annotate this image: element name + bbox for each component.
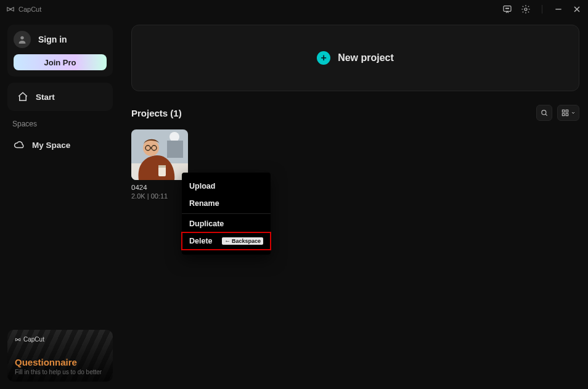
- new-project-label: New project: [338, 52, 394, 63]
- promo-subtitle: Fill in this to help us to do better: [15, 369, 105, 375]
- capcut-logo-icon: [6, 5, 15, 14]
- window-close-button[interactable]: [572, 4, 582, 14]
- promo-title: Questionnaire: [15, 357, 105, 367]
- sidebar-item-label: Start: [36, 92, 55, 102]
- ctx-duplicate[interactable]: Duplicate: [182, 215, 271, 232]
- settings-icon[interactable]: [521, 4, 531, 14]
- ctx-delete[interactable]: Delete ← Backspace: [182, 232, 271, 250]
- ctx-label: Upload: [189, 182, 215, 190]
- project-duration: 00:11: [151, 192, 168, 200]
- search-button[interactable]: [536, 105, 552, 121]
- feedback-icon[interactable]: [502, 4, 512, 14]
- svg-rect-13: [562, 113, 565, 116]
- svg-point-8: [20, 36, 23, 39]
- capcut-logo-icon: [15, 337, 21, 343]
- project-thumbnail: [131, 129, 188, 180]
- grid-icon: [561, 109, 570, 117]
- sidebar-section-spaces: Spaces: [7, 117, 113, 128]
- cloud-icon: [14, 139, 25, 150]
- svg-point-4: [525, 8, 527, 10]
- nav-start-card: Start: [7, 83, 113, 111]
- app-name: CapCut: [18, 6, 41, 13]
- ctx-upload[interactable]: Upload: [182, 178, 271, 195]
- svg-point-1: [505, 8, 506, 9]
- window-minimize-button[interactable]: [553, 4, 563, 14]
- projects-heading: Projects (1): [131, 108, 182, 118]
- ctx-label: Duplicate: [189, 219, 224, 228]
- plus-icon: +: [317, 51, 330, 65]
- svg-point-3: [508, 8, 508, 9]
- app-brand: CapCut: [6, 5, 41, 14]
- promo-brand-text: CapCut: [23, 336, 44, 343]
- backspace-arrow-icon: ←: [224, 238, 231, 244]
- join-pro-button[interactable]: Join Pro: [14, 54, 107, 70]
- shortcut-text: Backspace: [232, 238, 261, 244]
- view-layout-button[interactable]: [557, 105, 579, 121]
- sidebar-item-label: My Space: [32, 141, 70, 150]
- svg-rect-14: [566, 113, 568, 116]
- sidebar-item-my-space[interactable]: My Space: [7, 134, 113, 155]
- projects-header: Projects (1): [131, 105, 579, 121]
- titlebar-separator: [542, 5, 542, 14]
- sign-in-label: Sign in: [38, 35, 67, 44]
- ctx-label: Rename: [189, 199, 219, 208]
- home-icon: [17, 91, 28, 102]
- sign-in-button[interactable]: Sign in: [14, 31, 107, 48]
- ctx-separator: [182, 213, 271, 214]
- svg-rect-24: [158, 165, 166, 168]
- svg-rect-11: [562, 110, 565, 112]
- svg-point-17: [169, 132, 179, 142]
- search-icon: [540, 109, 549, 117]
- sidebar-item-start[interactable]: Start: [10, 85, 110, 109]
- project-meta: 2.0K | 00:11: [131, 192, 188, 200]
- keyboard-shortcut: ← Backspace: [222, 237, 263, 245]
- promo-card[interactable]: CapCut Questionnaire Fill in this to hel…: [7, 330, 113, 382]
- titlebar: CapCut: [0, 0, 588, 18]
- account-card: Sign in Join Pro: [7, 25, 113, 76]
- promo-brand: CapCut: [15, 336, 105, 343]
- svg-point-2: [507, 8, 507, 9]
- project-name: 0424: [131, 184, 188, 191]
- sidebar: Sign in Join Pro Start Spaces My Space: [0, 18, 120, 389]
- titlebar-actions: [502, 4, 582, 14]
- new-project-banner[interactable]: + New project: [131, 25, 579, 91]
- project-tile[interactable]: 0424 2.0K | 00:11: [131, 129, 188, 200]
- svg-rect-12: [566, 110, 568, 112]
- context-menu: Upload Rename Duplicate Delete ← Backspa…: [182, 173, 271, 255]
- project-size: 2.0K: [131, 192, 145, 200]
- main-area: + New project Projects (1): [120, 18, 588, 389]
- ctx-label: Delete: [189, 237, 213, 245]
- chevron-down-icon: [571, 110, 576, 115]
- avatar-placeholder-icon: [14, 31, 31, 48]
- svg-point-9: [542, 110, 546, 115]
- svg-rect-18: [167, 141, 183, 158]
- ctx-rename[interactable]: Rename: [182, 195, 271, 212]
- svg-line-10: [545, 114, 547, 116]
